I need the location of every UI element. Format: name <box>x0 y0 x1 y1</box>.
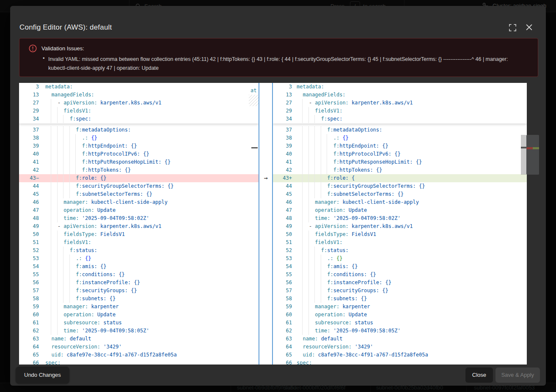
gutter-gap <box>292 327 297 335</box>
line-number: 46 <box>19 198 39 206</box>
code-line: 46 manager: kubectl-client-side-apply <box>273 198 527 206</box>
gutter-gap <box>39 126 45 134</box>
line-number: 63 <box>273 335 292 343</box>
gutter-gap <box>292 255 297 263</box>
code-text: subresource: status <box>45 319 259 327</box>
code-line: 49 - apiVersion: karpenter.k8s.aws/v1 <box>19 222 259 230</box>
code-text: uid: c8afe97e-38cc-4f91-a767-d15f2a8fe05… <box>297 351 527 359</box>
code-line: 37 f:metadataOptions: <box>273 126 527 134</box>
sticky-line: 34 f:spec: <box>273 115 527 123</box>
line-number: 27 <box>273 99 292 107</box>
line-number: 45 <box>273 190 292 198</box>
line-number: 58 <box>273 295 292 303</box>
gutter-gap <box>39 107 45 115</box>
line-number: 50 <box>19 230 39 238</box>
line-number: 56 <box>273 279 292 287</box>
gutter-gap <box>39 247 45 255</box>
gutter-gap <box>292 174 297 182</box>
code-text: f:securityGroups: {} <box>297 287 527 295</box>
gutter-gap <box>292 238 297 247</box>
close-dialog-button[interactable]: Close <box>465 367 493 383</box>
close-button[interactable] <box>526 24 535 33</box>
code-line: 60 operation: Update <box>273 311 527 319</box>
gutter-gap <box>292 303 297 311</box>
code-line: 48 time: '2025-09-04T09:58:02Z' <box>273 214 527 222</box>
line-number: 27 <box>19 99 39 107</box>
code-line: 41 f:httpPutResponseHopLimit: {} <box>19 158 259 166</box>
bullet: • <box>43 55 45 61</box>
code-content[interactable]: 37 f:metadataOptions:38 .: {}39 f:httpEn… <box>273 123 527 365</box>
gutter-gap <box>39 295 45 303</box>
code-text: f:conditions: {} <box>297 271 527 279</box>
line-number: 66 <box>273 359 292 365</box>
gutter-gap <box>292 263 297 271</box>
code-line: 57 f:securityGroups: {} <box>19 287 259 295</box>
code-text: f:metadataOptions: <box>45 126 259 134</box>
code-line: 38 .: {} <box>19 134 259 142</box>
code-content[interactable]: 37 f:metadataOptions:38 .: {}39 f:httpEn… <box>19 123 259 365</box>
validation-title: Validation Issues: <box>41 45 84 52</box>
gutter-gap <box>39 174 45 182</box>
line-number: 66 <box>19 359 39 365</box>
validation-banner: Validation Issues: • Invalid YAML: misse… <box>19 38 538 77</box>
line-number: 29 <box>19 107 39 115</box>
code-text: f:httpEndpoint: {} <box>45 142 259 150</box>
code-line: 66spec: <box>273 359 527 365</box>
right-scrollbar-slider[interactable] <box>521 135 526 175</box>
gutter-gap <box>39 279 45 287</box>
gutter-gap <box>39 311 45 319</box>
line-number: 45 <box>19 190 39 198</box>
line-number: 38 <box>273 134 292 142</box>
code-text: manager: kubectl-client-side-apply <box>45 198 259 206</box>
code-text: - apiVersion: karpenter.k8s.aws/v1 <box>297 222 527 230</box>
code-text: name: default <box>297 335 527 343</box>
line-number: 13 <box>273 91 292 99</box>
gutter-gap <box>292 142 297 150</box>
code-text: fieldsV1: <box>45 238 259 247</box>
gutter-gap <box>292 247 297 255</box>
fullscreen-button[interactable] <box>509 24 518 33</box>
code-line: 51 fieldsV1: <box>273 238 527 247</box>
overview-deleted-mark <box>526 147 533 149</box>
code-line: 41 f:httpPutResponseHopLimit: {} <box>273 158 527 166</box>
code-text: f:status: <box>297 247 527 255</box>
modal-scrollbar-thumb[interactable] <box>526 135 539 175</box>
line-number: 47 <box>19 206 39 214</box>
gutter-gap <box>292 115 297 123</box>
code-line: 43+ f:role: { <box>273 174 527 182</box>
code-text: operation: Update <box>45 206 259 214</box>
code-text: - apiVersion: karpenter.k8s.aws/v1 <box>45 222 259 230</box>
sticky-line: 3metadata: <box>19 83 259 91</box>
code-line: 47 operation: Update <box>273 206 527 214</box>
gutter-gap <box>292 91 297 99</box>
code-text: f:amis: {} <box>297 263 527 271</box>
code-text: operation: Update <box>297 311 527 319</box>
gutter-gap <box>39 263 45 271</box>
gutter-gap <box>39 142 45 150</box>
code-text: f:instanceProfile: {} <box>45 279 259 287</box>
revert-change-arrow[interactable]: → <box>259 174 272 182</box>
code-text: managedFields: <box>45 91 259 99</box>
code-text: f:amis: {} <box>45 263 259 271</box>
line-number: 65 <box>19 351 39 359</box>
save-apply-button[interactable]: Save & Apply <box>495 367 540 383</box>
gutter-gap <box>292 287 297 295</box>
code-text: - apiVersion: karpenter.k8s.aws/v1 <box>45 99 259 107</box>
gutter-gap <box>292 222 297 230</box>
code-text: f:instanceProfile: {} <box>297 279 527 287</box>
line-number: 37 <box>273 126 292 134</box>
code-text: f:status: <box>45 247 259 255</box>
code-text: f:httpTokens: {} <box>297 166 527 174</box>
code-text: f:httpProtocolIPv6: {} <box>45 150 259 158</box>
code-line: 64 resourceVersion: '3429' <box>19 343 259 351</box>
line-number: 55 <box>19 271 39 279</box>
gutter-gap <box>39 182 45 190</box>
gutter-gap <box>292 279 297 287</box>
code-text: resourceVersion: '3429' <box>45 343 259 351</box>
undo-changes-button[interactable]: Undo Changes <box>16 367 69 384</box>
line-number: 43− <box>19 174 39 182</box>
diff-original-pane[interactable]: 3metadata:13 managedFields:27 - apiVersi… <box>19 83 259 365</box>
diff-modified-pane[interactable]: 3metadata:13 managedFields:27 - apiVersi… <box>273 83 527 365</box>
line-number: 37 <box>19 126 39 134</box>
code-text: f:subnets: {} <box>45 295 259 303</box>
